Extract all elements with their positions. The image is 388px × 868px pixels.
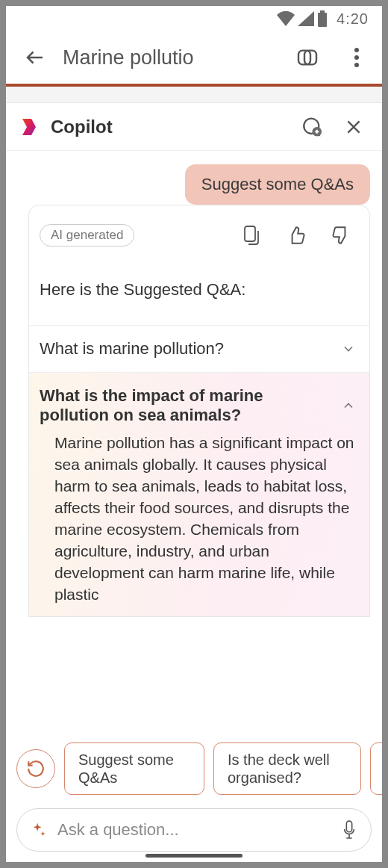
document-title: Marine pollutio: [63, 46, 276, 69]
refresh-icon: [26, 759, 46, 778]
chevron-down-icon: [341, 341, 356, 356]
suggestion-chip[interactable]: W th: [370, 743, 382, 795]
wifi-icon: [277, 11, 295, 26]
chevron-up-icon: [341, 398, 356, 413]
signal-icon: [298, 11, 314, 26]
thumbs-down-button[interactable]: [323, 217, 359, 253]
copilot-title: Copilot: [51, 117, 284, 137]
chat-plus-icon: [299, 116, 322, 138]
bottom-bar: Suggest some Q&As Is the deck well organ…: [6, 729, 382, 862]
chat-input-placeholder: Ask a question...: [57, 820, 331, 840]
svg-point-4: [354, 48, 359, 52]
sparkle-icon: [31, 822, 47, 838]
svg-point-5: [354, 55, 359, 60]
microphone-icon[interactable]: [341, 819, 357, 840]
suggestion-label: Is the deck well organised?: [228, 751, 347, 787]
more-menu-button[interactable]: [339, 40, 375, 75]
user-message: Suggest some Q&As: [185, 164, 370, 205]
back-button[interactable]: [21, 43, 49, 72]
thumbs-up-button[interactable]: [278, 217, 314, 253]
app-header: Marine pollutio: [6, 31, 382, 87]
suggestion-label: Suggest some Q&As: [78, 751, 190, 787]
thumbs-up-icon: [287, 226, 306, 245]
svg-rect-1: [320, 10, 325, 13]
assistant-card: AI generated Here is the Suggested Q&A: …: [28, 205, 370, 617]
svg-point-6: [354, 63, 359, 67]
suggestion-chip[interactable]: Suggest some Q&As: [64, 743, 204, 795]
divider: [6, 87, 382, 103]
qa-item: What is marine pollution?: [29, 325, 369, 372]
more-vertical-icon: [354, 47, 360, 68]
copy-icon: [242, 225, 260, 246]
close-icon: [344, 117, 363, 137]
battery-icon: [317, 10, 328, 27]
svg-rect-8: [245, 226, 255, 241]
qa-item: What is the impact of marine pollution o…: [29, 372, 369, 616]
qa-toggle[interactable]: What is marine pollution?: [29, 326, 369, 372]
qa-toggle[interactable]: What is the impact of marine pollution o…: [29, 373, 369, 430]
thumbs-down-icon: [331, 226, 351, 245]
suggestion-chip[interactable]: Is the deck well organised?: [213, 743, 361, 795]
copilot-logo-icon: [18, 116, 40, 138]
svg-rect-0: [318, 13, 327, 27]
home-indicator[interactable]: [146, 854, 242, 858]
qa-answer: Marine pollution has a significant impac…: [29, 430, 369, 616]
copilot-glyph-icon: [295, 46, 319, 69]
qa-question: What is the impact of marine pollution o…: [40, 386, 332, 425]
assistant-intro: Here is the Suggested Q&A:: [29, 259, 369, 325]
copy-button[interactable]: [234, 217, 269, 253]
copilot-header: Copilot: [6, 103, 382, 151]
close-button[interactable]: [337, 111, 370, 143]
status-bar: 4:20: [6, 6, 382, 31]
chat-input[interactable]: Ask a question...: [16, 808, 372, 852]
refresh-suggestions-button[interactable]: [16, 749, 55, 788]
arrow-left-icon: [24, 46, 46, 69]
svg-rect-9: [346, 821, 351, 832]
new-chat-button[interactable]: [294, 111, 327, 143]
copilot-invoke-button[interactable]: [290, 40, 325, 75]
ai-generated-badge: AI generated: [40, 224, 134, 247]
qa-question: What is marine pollution?: [40, 339, 224, 359]
status-time: 4:20: [337, 10, 369, 28]
